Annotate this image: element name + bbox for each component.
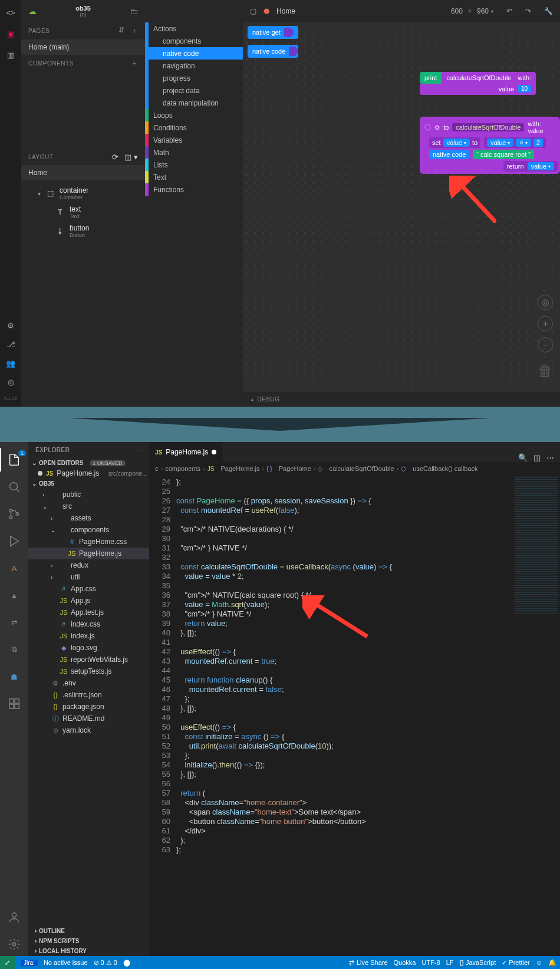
minimap[interactable]	[513, 475, 560, 617]
sidebar-more-icon[interactable]: ⋯	[136, 447, 143, 453]
noissue-seg[interactable]: No active issue	[44, 959, 88, 966]
cat-progress[interactable]: progress	[145, 72, 243, 84]
layout-home[interactable]: Home	[21, 165, 145, 180]
gear-icon[interactable]: ⚙	[5, 320, 16, 331]
debug-bar[interactable]: DEBUG	[243, 392, 560, 407]
explorer-icon[interactable]: 1	[0, 448, 28, 472]
split-icon[interactable]: ◫	[533, 453, 541, 462]
file-row[interactable]: ⌄components	[28, 524, 149, 536]
file-row[interactable]: #index.css	[28, 618, 149, 630]
file-row[interactable]: #App.css	[28, 583, 149, 595]
jira-seg[interactable]: Jira:	[21, 960, 38, 966]
cat-native-code[interactable]: native code	[145, 47, 243, 60]
encoding-seg[interactable]: UTF-8	[421, 959, 440, 966]
record-seg[interactable]: ⬤	[123, 959, 130, 967]
code-icon[interactable]: <>	[5, 7, 16, 18]
lang-seg[interactable]: {} JavaScript	[459, 959, 496, 966]
block-gear-icon[interactable]: ✿	[434, 124, 440, 131]
canvas[interactable]: ▢ ⬣ Home 600 ✕ 960▾ ↶ ↷ 🔧 native get nat…	[243, 0, 560, 407]
file-row[interactable]: ›assets	[28, 512, 149, 524]
branch-icon[interactable]: ⎇	[5, 339, 16, 350]
tree-button[interactable]: ⭳ buttonButton	[21, 222, 145, 240]
tab-more-icon[interactable]: ⋯	[546, 453, 554, 462]
bell-icon[interactable]: 🔔	[548, 959, 556, 967]
cloud-icon[interactable]: ☁	[28, 6, 37, 16]
breadcrumb-bar[interactable]: c› components› JS PageHome.js› { } PageH…	[149, 462, 560, 475]
file-row[interactable]: JSsetupTests.js	[28, 665, 149, 677]
cat-conditions[interactable]: Conditions	[145, 121, 243, 134]
test-b-icon[interactable]: ▲	[0, 584, 28, 607]
extensions-icon[interactable]	[0, 692, 28, 716]
redo-icon[interactable]: ↷	[525, 7, 531, 15]
file-row[interactable]: ⊙yarn.lock	[28, 724, 149, 736]
tree-text[interactable]: T textText	[21, 203, 145, 222]
palette-native-code[interactable]: native code	[248, 45, 298, 58]
open-editors-section[interactable]: ⌄OPEN EDITORS 1 UNSAVED	[28, 458, 149, 468]
cat-text[interactable]: Text	[145, 171, 243, 183]
height-dd[interactable]: 960▾	[477, 7, 493, 15]
run-icon[interactable]	[0, 529, 28, 553]
file-row[interactable]: ›redux	[28, 559, 149, 571]
remote-sq-icon[interactable]: ⧉	[0, 638, 28, 661]
collapse-icon[interactable]	[424, 124, 431, 131]
palette-native-get[interactable]: native get	[248, 26, 298, 39]
cat-actions[interactable]: Actions	[145, 22, 243, 35]
file-row[interactable]: {}package.json	[28, 701, 149, 713]
cat-lists[interactable]: Lists	[145, 159, 243, 171]
breadcrumb[interactable]: Home	[276, 7, 295, 15]
open-editor-item[interactable]: JSPageHome.js src/compone...	[28, 468, 149, 479]
zoom-in[interactable]: ＋	[538, 316, 553, 331]
settings-icon[interactable]	[0, 932, 28, 956]
folder-root-section[interactable]: ⌄OB35	[28, 479, 149, 489]
cat-variables[interactable]: Variables	[145, 134, 243, 146]
file-row[interactable]: JSPageHome.js	[28, 548, 149, 559]
cat-data-manip[interactable]: data manipulation	[145, 97, 243, 109]
liveshare-seg[interactable]: ⇄ Live Share	[349, 959, 388, 967]
filter-icon[interactable]: ⇵	[118, 26, 125, 36]
remote-indicator[interactable]: ⤢	[0, 956, 15, 969]
file-row[interactable]: ⌄src	[28, 500, 149, 512]
code-editor[interactable]: 2425262728293031323334353637383940414243…	[149, 475, 560, 956]
cat-loops[interactable]: Loops	[145, 109, 243, 121]
feedback-icon[interactable]: ☺	[536, 959, 542, 966]
tree-container[interactable]: ▾ ⬚ containerContainer	[21, 184, 145, 203]
undo-icon[interactable]: ↶	[506, 7, 512, 15]
share-icon[interactable]: ⇄	[0, 611, 28, 634]
file-row[interactable]: {}.eslintrc.json	[28, 689, 149, 701]
file-row[interactable]: JSreportWebVitals.js	[28, 654, 149, 665]
quokka-seg[interactable]: Quokka	[394, 959, 416, 966]
cat-math[interactable]: Math	[145, 146, 243, 159]
folder-icon[interactable]: 🗀	[130, 6, 138, 16]
file-row[interactable]: ◆logo.svg	[28, 642, 149, 654]
find-icon[interactable]: 🔍	[518, 453, 528, 462]
block-print[interactable]: print calculateSqrtOfDouble with: value1…	[420, 72, 536, 95]
account-icon[interactable]	[0, 905, 28, 929]
file-row[interactable]: #PageHome.css	[28, 536, 149, 548]
outline-section[interactable]: ⌄OUTLINE	[28, 926, 149, 936]
test-a-icon[interactable]: A	[0, 556, 28, 580]
problems-seg[interactable]: ⊘ 0 ⚠ 0	[94, 959, 117, 967]
shield-icon[interactable]: ⬣	[263, 7, 269, 15]
npm-scripts-section[interactable]: ⌄NPM SCRIPTS	[28, 936, 149, 946]
center-icon[interactable]: ◎	[538, 295, 553, 310]
scm-icon[interactable]	[0, 502, 28, 526]
file-row[interactable]: JSApp.test.js	[28, 607, 149, 618]
search-icon[interactable]	[0, 475, 28, 499]
tab-pagehome[interactable]: JSPageHome.js	[149, 442, 222, 462]
crop-icon[interactable]: ▢	[250, 7, 256, 15]
file-row[interactable]: JSApp.js	[28, 595, 149, 607]
cat-navigation[interactable]: navigation	[145, 60, 243, 72]
file-row[interactable]: ›util	[28, 571, 149, 583]
globe-icon[interactable]: ◎	[5, 377, 16, 387]
file-row[interactable]: ⓘREADME.md	[28, 713, 149, 724]
eol-seg[interactable]: LF	[446, 959, 454, 966]
add-component-icon[interactable]: ＋	[131, 58, 139, 68]
file-row[interactable]: ›public	[28, 489, 149, 500]
archive-icon[interactable]: ▥	[5, 50, 16, 60]
prettier-seg[interactable]: ✓ Prettier	[502, 959, 530, 967]
cat-functions[interactable]: Functions	[145, 183, 243, 196]
docker-icon[interactable]: ☗	[0, 665, 28, 688]
page-item-home[interactable]: Home (main)	[21, 39, 145, 55]
layers-icon[interactable]: ▣	[5, 28, 16, 39]
add-page-icon[interactable]: ＋	[131, 26, 139, 36]
